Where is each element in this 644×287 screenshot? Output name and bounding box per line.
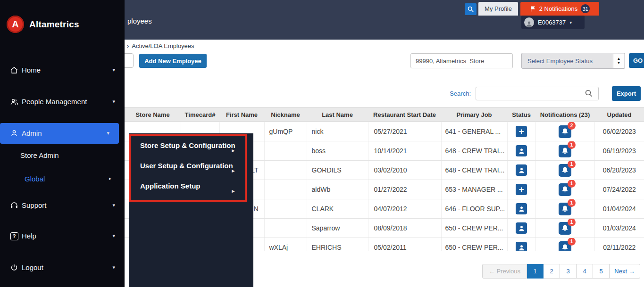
notification-bell-icon[interactable]: 1 <box>559 203 571 215</box>
people-icon <box>9 97 19 107</box>
cell-primary-job: 650 - CREW PER... <box>441 219 507 238</box>
notification-bell-icon[interactable]: 1 <box>559 241 571 251</box>
breadcrumb-bar: › Active/LOA Employees <box>125 40 644 52</box>
cell-status <box>507 161 535 180</box>
person-status-icon[interactable] <box>516 145 527 156</box>
cell-updated: 01/04/2024 <box>594 199 644 219</box>
main-content: ployees My Profile 2 Notifications <box>125 0 644 287</box>
notification-count-badge: 1 <box>568 238 576 246</box>
pagination-page-2[interactable]: 2 <box>544 264 560 279</box>
pagination-page-4[interactable]: 4 <box>577 264 593 279</box>
pagination-page-5[interactable]: 5 <box>593 264 610 279</box>
notification-bell-icon[interactable]: 1 <box>559 145 571 157</box>
employee-status-select[interactable]: Select Employee Status ▲ ▼ <box>521 53 625 69</box>
pagination-page-1[interactable]: 1 <box>527 264 544 279</box>
person-status-icon[interactable] <box>516 203 527 214</box>
sidebar-item-label: Global <box>25 174 45 184</box>
breadcrumb[interactable]: Active/LOA Employees <box>132 42 194 49</box>
my-profile-tab[interactable]: My Profile <box>478 2 518 16</box>
add-new-employee-button[interactable]: Add New Employee <box>139 54 207 68</box>
sidebar-item-label: Logout <box>22 263 43 272</box>
cell-notifications: 1 <box>535 199 594 219</box>
sidebar-item-help[interactable]: ? Help ▾ <box>0 226 125 246</box>
search-label: Search: <box>427 90 471 97</box>
cell-start-date: 03/02/2010 <box>368 161 441 180</box>
brand: A Altametrics <box>7 16 79 33</box>
topbar-search-button[interactable] <box>465 3 477 15</box>
notification-bell-icon[interactable]: 1 <box>559 222 571 235</box>
export-button[interactable]: Export <box>612 86 641 101</box>
column-header-last-name[interactable]: Last Name <box>307 107 368 122</box>
column-header-nickname[interactable]: Nickname <box>264 107 307 122</box>
breadcrumb-arrow-icon: › <box>127 42 129 49</box>
column-header-status[interactable]: Status <box>507 107 535 122</box>
pagination-previous-button[interactable]: ← Previous <box>482 264 527 279</box>
chevron-down-icon: ▾ <box>112 264 115 271</box>
plus-status-icon[interactable]: + <box>516 126 527 137</box>
select-stepper[interactable]: ▲ ▼ <box>613 54 624 68</box>
flyout-item-label: User Setup & Configuration <box>140 162 233 170</box>
sidebar-item-home[interactable]: Home ▾ <box>0 60 125 81</box>
search-icon[interactable] <box>585 89 594 98</box>
go-button[interactable]: GO <box>629 53 644 68</box>
cell-primary-job: 648 - CREW TRAI... <box>441 141 507 161</box>
person-status-icon[interactable] <box>516 222 527 234</box>
cell-last-name: EHRICHS <box>307 238 368 251</box>
plus-status-icon[interactable]: + <box>516 184 527 195</box>
flyout-item-application-setup[interactable]: Application Setup▸ <box>129 176 253 196</box>
pagination-page-3[interactable]: 3 <box>560 264 577 279</box>
flag-icon <box>530 6 536 12</box>
notification-bell-icon[interactable]: 2 <box>559 125 571 138</box>
cell-last-name: GORDILS <box>307 161 368 180</box>
column-header-notifications-23[interactable]: Notifications (23) <box>535 107 594 122</box>
sidebar-item-logout[interactable]: Logout ▾ <box>0 257 125 278</box>
person-status-icon[interactable] <box>516 242 527 251</box>
flyout-item-user-setup-configuration[interactable]: User Setup & Configuration▸ <box>129 156 253 176</box>
cell-status <box>507 141 535 161</box>
column-header-first-name[interactable]: First Name <box>219 107 264 122</box>
column-header-timecard[interactable]: Timecard# <box>181 107 219 122</box>
cell-updated: 02/11/2022 <box>594 238 644 251</box>
sidebar-item-label: People Management <box>22 97 87 107</box>
column-header-primary-job[interactable]: Primary Job <box>441 107 507 122</box>
notification-count-badge: 1 <box>568 180 576 188</box>
cell-notifications: 1 <box>535 219 594 238</box>
pagination-next-button[interactable]: Next → <box>610 264 640 279</box>
cell-start-date: 01/27/2022 <box>368 180 441 199</box>
column-header-restaurant-start-date[interactable]: Restaurant Start Date <box>368 107 441 122</box>
user-menu[interactable]: E0063737 ▾ <box>521 16 585 29</box>
chevron-down-icon: ▾ <box>112 67 115 73</box>
sidebar-item-global[interactable]: Global ▸ <box>0 169 125 189</box>
headset-icon <box>9 201 19 210</box>
table-search-input[interactable] <box>476 87 599 100</box>
notification-bell-icon[interactable]: 1 <box>559 164 571 177</box>
flyout-item-label: Application Setup <box>140 182 201 190</box>
sidebar-item-people-management[interactable]: People Management ▾ <box>0 91 125 112</box>
sidebar-item-admin[interactable]: Admin ▾ <box>0 123 119 144</box>
cell-nickname <box>264 199 307 219</box>
cell-status <box>507 238 535 251</box>
notification-bell-icon[interactable]: 1 <box>559 183 571 196</box>
notifications-tab[interactable]: 2 Notifications 31 <box>520 2 599 16</box>
cell-last-name: Saparrow <box>307 219 368 238</box>
power-icon <box>9 263 19 272</box>
flyout-item-store-setup-configuration[interactable]: Store Setup & Configuration▸ <box>129 135 253 156</box>
notifications-count-badge: 31 <box>581 4 590 13</box>
column-header-store-name[interactable]: Store Name <box>125 107 181 122</box>
cell-notifications: 1 <box>535 180 594 199</box>
cell-start-date: 08/09/2018 <box>368 219 441 238</box>
cell-nickname <box>264 161 307 180</box>
sidebar-item-support[interactable]: Support ▾ <box>0 195 125 216</box>
brand-name: Altametrics <box>29 19 79 30</box>
store-select-input[interactable] <box>410 53 513 68</box>
cell-updated: 06/19/2023 <box>594 141 644 161</box>
sidebar: A Altametrics Home ▾ People Management ▾ <box>0 0 125 287</box>
person-status-icon[interactable] <box>516 164 527 176</box>
cell-primary-job: 653 - MANAGER ... <box>441 180 507 199</box>
cell-primary-job: 646 - FLOOR SUP... <box>441 199 507 219</box>
column-header-updated[interactable]: Updated <box>594 107 644 122</box>
admin-flyout-items: Store Setup & Configuration▸User Setup &… <box>129 135 253 196</box>
sidebar-item-store-admin[interactable]: Store Admin <box>0 145 125 166</box>
chevron-down-icon: ▾ <box>112 233 115 239</box>
admin-flyout-menu: Store Setup & Configuration▸User Setup &… <box>129 133 253 287</box>
